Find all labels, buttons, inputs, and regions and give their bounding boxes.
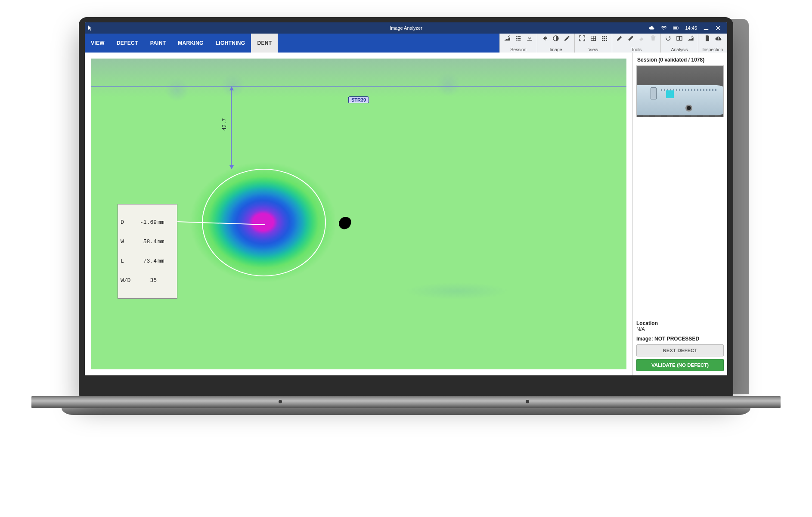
app-window: Image Analyzer 14:45 VIEW DEFECT [85,22,727,375]
session-prefix: Session ( [637,57,660,63]
session-validated-count: 0 [660,57,663,63]
svg-rect-6 [677,36,679,40]
tab-dent[interactable]: DENT [251,34,278,53]
dent-measurements-box: D-1.69mm W58.4mm L73.4mm W/D35 [118,204,177,299]
session-total-count: 1078 [691,57,703,63]
tab-paint-label: PAINT [150,40,166,46]
validate-button[interactable]: VALIDATE (NO DEFECT) [636,359,724,371]
cursor-icon [87,25,93,31]
structure-ref-badge: STR39 [348,96,369,103]
tools-trash-icon [649,34,657,42]
dent-w-value: 58.4 [135,238,157,245]
analysis-compare-icon[interactable] [676,34,683,42]
tool-group-analysis: Analysis [660,34,698,53]
tool-group-session-label: Session [510,47,526,52]
dent-wd-value: 35 [135,277,157,284]
ribbon: VIEW DEFECT PAINT MARKING LIGHTNING DENT [85,34,727,53]
location-block: Location N/A [636,320,724,332]
battery-icon [673,25,679,31]
ribbon-tabs: VIEW DEFECT PAINT MARKING LIGHTNING DENT [85,34,278,53]
session-summary: Session (0 validated / 1078) [637,57,723,63]
image-back-icon[interactable] [541,34,549,42]
screen-bezel: Image Analyzer 14:45 VIEW DEFECT [79,17,733,396]
cloud-icon [649,25,655,31]
canvas-top-band [91,59,626,97]
window-title: Image Analyzer [390,25,422,31]
structure-reference-line [91,86,626,87]
inspection-upload-icon[interactable] [715,34,722,42]
tool-group-image: Image [537,34,574,53]
tab-paint[interactable]: PAINT [144,34,172,53]
inspection-report-icon[interactable] [704,34,711,42]
tools-pencil-icon[interactable] [616,34,623,42]
session-save-icon[interactable] [526,34,533,42]
tab-view[interactable]: VIEW [85,34,111,53]
tool-group-tools: Tools [612,34,660,53]
analysis-plane-icon[interactable] [687,34,694,42]
distance-arrow: 42.7 [231,87,232,169]
tool-group-view-label: View [589,47,598,52]
tools-ruler-icon[interactable] [627,34,635,42]
title-bar: Image Analyzer 14:45 [85,22,727,34]
laptop-base [62,408,750,415]
image-settings-icon[interactable] [563,34,571,42]
dent-wd-unit [157,277,167,284]
dent-d-value: -1.69 [135,219,157,226]
session-list-icon[interactable] [514,34,522,42]
session-open-icon[interactable] [503,34,511,42]
close-button[interactable] [715,25,721,31]
image-contrast-icon[interactable] [552,34,560,42]
image-status: Image: NOT PROCESSED [636,336,724,342]
tool-group-tools-label: Tools [631,47,642,52]
content-area: STR39 42.7 D-1.69mm W58.4mm L73.4mm W/D3… [85,53,727,375]
aircraft-thumbnail[interactable] [636,65,724,117]
tool-group-inspection-label: Inspection [703,47,723,52]
canvas-wrap: STR39 42.7 D-1.69mm W58.4mm L73.4mm W/D3… [85,53,632,375]
tab-marking-label: MARKING [178,40,203,46]
laptop-hinge [31,396,781,408]
dent-l-unit: mm [157,258,167,264]
dent-l-value: 73.4 [135,258,157,264]
minimize-button[interactable] [703,25,709,31]
tab-view-label: VIEW [91,40,105,46]
tab-lightning[interactable]: LIGHTNING [210,34,251,53]
clock-text: 14:45 [685,25,697,31]
system-tray: 14:45 [643,25,727,31]
tab-marking[interactable]: MARKING [172,34,209,53]
laptop-mockup: Image Analyzer 14:45 VIEW DEFECT [79,17,733,415]
tool-group-session: Session [499,34,537,53]
svg-rect-2 [674,27,677,29]
thumbnail-marker [666,90,674,98]
side-panel: Session (0 validated / 1078) [632,53,727,375]
next-defect-label: NEXT DEFECT [663,348,697,353]
view-grid-icon[interactable] [601,34,608,42]
svg-rect-1 [679,28,679,29]
toolbar: Session Image [499,34,727,53]
svg-rect-7 [680,36,682,40]
structure-reference-line-2 [91,88,626,88]
tab-lightning-label: LIGHTNING [216,40,245,46]
depth-map-canvas[interactable]: STR39 42.7 D-1.69mm W58.4mm L73.4mm W/D3… [91,59,626,369]
session-sep: / [688,57,690,63]
wifi-icon [661,25,667,31]
session-suffix: ) [703,57,704,63]
tool-group-analysis-label: Analysis [671,47,688,52]
dent-d-unit: mm [157,219,167,226]
tools-erase-icon [638,34,646,42]
view-zoom-icon[interactable] [589,34,597,42]
image-status-key: Image: [636,336,653,342]
analysis-refresh-icon[interactable] [664,34,672,42]
next-defect-button[interactable]: NEXT DEFECT [636,344,724,356]
location-value: N/A [636,326,724,332]
view-fit-icon[interactable] [578,34,586,42]
distance-value: 42.7 [222,118,228,131]
artifact-blob [337,216,354,233]
session-validated-word: validated [664,57,687,63]
location-label: Location [636,320,724,326]
tool-group-image-label: Image [549,47,562,52]
dent-w-unit: mm [157,238,167,245]
svg-rect-3 [704,29,709,30]
tab-defect[interactable]: DEFECT [111,34,144,53]
validate-label: VALIDATE (NO DEFECT) [651,362,709,368]
tab-defect-label: DEFECT [117,40,138,46]
